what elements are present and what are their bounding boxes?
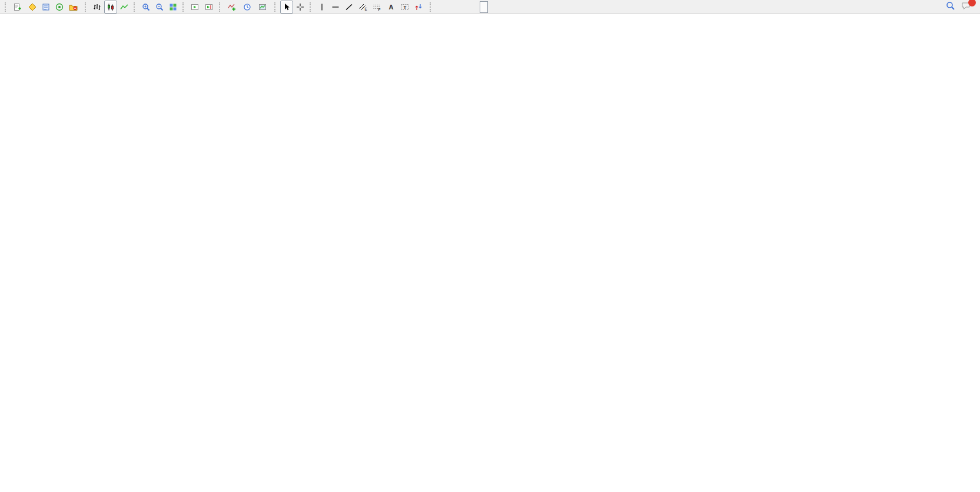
chart-canvas[interactable] bbox=[0, 14, 980, 492]
market-watch-icon bbox=[28, 3, 36, 11]
fibonacci-icon: F bbox=[373, 3, 381, 11]
timeframe-m1[interactable] bbox=[436, 1, 444, 13]
channel-icon: E bbox=[358, 3, 367, 11]
autotrading-button[interactable] bbox=[67, 1, 82, 14]
toolbar-grip bbox=[430, 2, 433, 12]
svg-text:F: F bbox=[378, 7, 381, 11]
zoom-in-button[interactable] bbox=[139, 1, 152, 14]
svg-text:T: T bbox=[404, 5, 407, 10]
equidistant-channel-tool-button[interactable]: E bbox=[356, 1, 370, 14]
periods-button[interactable] bbox=[241, 1, 255, 14]
tile-windows-button[interactable] bbox=[167, 1, 180, 14]
search-icon[interactable] bbox=[946, 1, 955, 13]
auto-scroll-button[interactable] bbox=[188, 1, 202, 14]
toolbar-grip bbox=[182, 2, 185, 12]
clock-icon bbox=[243, 3, 251, 11]
timeframe-w1[interactable] bbox=[497, 1, 506, 13]
navigator-icon bbox=[55, 3, 64, 11]
text-label-tool-button[interactable]: T bbox=[398, 1, 411, 14]
auto-scroll-icon bbox=[191, 3, 200, 11]
horizontal-line-icon bbox=[331, 3, 340, 11]
timeframe-d1[interactable] bbox=[489, 1, 497, 13]
navigator-button[interactable] bbox=[53, 1, 66, 14]
line-chart-icon bbox=[120, 3, 128, 11]
vertical-line-icon bbox=[318, 3, 326, 11]
zoom-out-icon bbox=[155, 3, 164, 11]
data-window-button[interactable] bbox=[39, 1, 52, 14]
chart-bars-button[interactable] bbox=[91, 1, 104, 14]
cursor-tool-button[interactable] bbox=[280, 1, 293, 14]
zoom-in-icon bbox=[142, 3, 150, 11]
fibonacci-tool-button[interactable]: F bbox=[370, 1, 384, 14]
chart-shift-icon bbox=[205, 3, 214, 11]
horizontal-line-tool-button[interactable] bbox=[329, 1, 342, 14]
svg-text:E: E bbox=[365, 7, 368, 11]
toolbar-grip bbox=[219, 2, 222, 12]
timeframe-h4[interactable] bbox=[480, 1, 488, 13]
autotrading-icon bbox=[69, 3, 78, 11]
toolbar-grip bbox=[85, 2, 88, 12]
crosshair-tool-button[interactable] bbox=[294, 1, 307, 14]
svg-text:A: A bbox=[389, 4, 394, 11]
chart-candles-button[interactable] bbox=[104, 1, 117, 14]
template-icon bbox=[258, 3, 267, 11]
indicators-button[interactable] bbox=[225, 1, 240, 14]
toolbar-grip bbox=[134, 2, 137, 12]
candlestick-chart-icon bbox=[107, 3, 115, 11]
indicators-icon bbox=[227, 3, 236, 11]
toolbar-grip bbox=[5, 2, 8, 12]
text-label-icon: T bbox=[400, 3, 409, 11]
bar-chart-icon bbox=[93, 3, 101, 11]
chart-window[interactable] bbox=[0, 14, 980, 492]
toolbar-grip bbox=[274, 2, 277, 12]
data-window-icon bbox=[42, 3, 50, 11]
text-tool-button[interactable]: A bbox=[384, 1, 397, 14]
notification-badge bbox=[968, 0, 976, 6]
timeframe-m30[interactable] bbox=[462, 1, 470, 13]
new-order-button[interactable] bbox=[11, 1, 25, 14]
trendline-icon bbox=[345, 3, 353, 11]
arrows-tool-button[interactable] bbox=[412, 1, 427, 14]
chart-line-button[interactable] bbox=[118, 1, 131, 14]
text-icon: A bbox=[387, 3, 395, 11]
chat-button[interactable] bbox=[961, 1, 972, 13]
tile-windows-icon bbox=[169, 3, 177, 11]
crosshair-icon bbox=[296, 3, 304, 11]
trendline-tool-button[interactable] bbox=[343, 1, 356, 14]
timeframe-m15[interactable] bbox=[453, 1, 461, 13]
templates-button[interactable] bbox=[256, 1, 271, 14]
market-watch-button[interactable] bbox=[26, 1, 39, 14]
timeframe-m5[interactable] bbox=[444, 1, 453, 13]
vertical-line-tool-button[interactable] bbox=[315, 1, 328, 14]
cursor-icon bbox=[283, 3, 291, 11]
chart-shift-button[interactable] bbox=[202, 1, 216, 14]
main-toolbar: E F A T bbox=[0, 0, 980, 14]
timeframe-h1[interactable] bbox=[471, 1, 479, 13]
zoom-out-button[interactable] bbox=[153, 1, 166, 14]
arrows-icon bbox=[414, 3, 423, 11]
new-order-icon bbox=[13, 3, 21, 11]
toolbar-grip bbox=[310, 2, 313, 12]
timeframe-mn[interactable] bbox=[506, 1, 514, 13]
